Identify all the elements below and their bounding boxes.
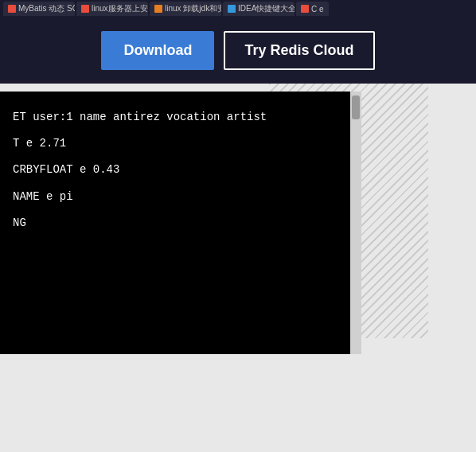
tab-mybatis[interactable]: MyBatis 动态 SQL -... <box>3 2 75 16</box>
tab-bar: MyBatis 动态 SQL -... linux服务器上安装j... linu… <box>0 0 476 18</box>
content-area: ET user:1 name antirez vocation artistT … <box>0 84 476 452</box>
tab-favicon-mybatis <box>8 5 16 13</box>
terminal-line: CRBYFLOAT e 0.43 <box>13 160 337 180</box>
tab-label-mybatis: MyBatis 动态 SQL -... <box>18 3 75 14</box>
try-redis-button[interactable]: Try Redis Cloud <box>224 31 374 70</box>
tab-label-idea: IDEA快捷键大全，... <box>238 3 295 14</box>
terminal-line: NG <box>13 213 337 233</box>
terminal[interactable]: ET user:1 name antirez vocation artistT … <box>0 92 350 354</box>
terminal-scrollbar[interactable] <box>350 92 361 354</box>
tab-idea[interactable]: IDEA快捷键大全，... <box>223 2 295 16</box>
tab-label-linux2: linux 卸载jdk和安装... <box>165 3 221 14</box>
terminal-wrapper: ET user:1 name antirez vocation artistT … <box>0 92 350 354</box>
terminal-line: ET user:1 name antirez vocation artist <box>13 107 337 127</box>
download-button[interactable]: Download <box>101 31 214 70</box>
terminal-line: NAME e pi <box>13 187 337 207</box>
tab-favicon-other <box>301 5 309 13</box>
scrollbar-thumb <box>352 95 360 119</box>
tab-linux2[interactable]: linux 卸载jdk和安装... <box>150 2 221 16</box>
tab-other[interactable]: C e <box>296 2 329 16</box>
tab-linux1[interactable]: linux服务器上安装j... <box>76 2 148 16</box>
tab-favicon-linux1 <box>81 5 89 13</box>
tab-favicon-idea <box>228 5 236 13</box>
tab-label-linux1: linux服务器上安装j... <box>92 3 148 14</box>
tab-label-other: C e <box>311 5 324 14</box>
terminal-line: T e 2.71 <box>13 134 337 154</box>
tab-favicon-linux2 <box>154 5 162 13</box>
nav-bar: Download Try Redis Cloud <box>0 18 476 84</box>
